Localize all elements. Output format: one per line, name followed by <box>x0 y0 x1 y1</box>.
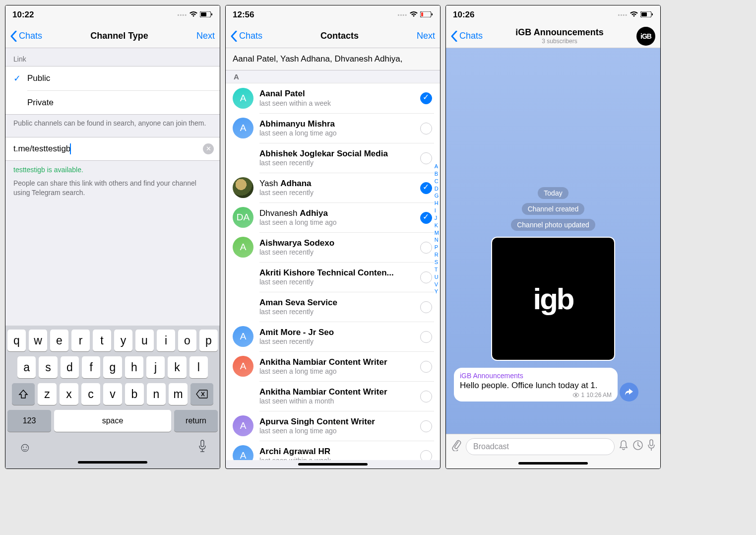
nav-title-group[interactable]: iGB Announcements 3 subscribers <box>515 27 603 45</box>
contact-row[interactable]: AAnkitha Nambiar Content Writerlast seen… <box>226 351 440 381</box>
contact-row[interactable]: AAmit More - Jr Seolast seen recently <box>226 322 440 351</box>
selected-contacts[interactable]: Aanal Patel, Yash Adhana, Dhvanesh Adhiy… <box>226 48 440 70</box>
message-bubble[interactable]: iGB Announcements Hello people. Office l… <box>454 368 618 401</box>
key-w[interactable]: w <box>29 330 47 351</box>
contact-row[interactable]: Yash Adhanalast seen recently <box>226 173 440 202</box>
index-letter[interactable]: J <box>435 214 439 222</box>
shift-key[interactable] <box>12 383 35 405</box>
option-public[interactable]: ✓ Public <box>5 67 220 90</box>
next-button[interactable]: Next <box>417 31 435 41</box>
key-c[interactable]: c <box>81 383 100 405</box>
share-button[interactable] <box>620 383 638 401</box>
option-private[interactable]: Private <box>27 90 220 114</box>
key-l[interactable]: l <box>189 356 208 378</box>
key-b[interactable]: b <box>125 383 144 405</box>
key-d[interactable]: d <box>61 356 79 378</box>
home-indicator[interactable] <box>78 461 147 464</box>
key-k[interactable]: k <box>168 356 186 378</box>
index-letter[interactable]: G <box>435 192 439 200</box>
mic-icon[interactable] <box>647 439 655 454</box>
contact-row[interactable]: AArchi Agrawal HRlast seen within a week <box>226 441 440 460</box>
contact-checkbox[interactable] <box>420 420 432 432</box>
index-letter[interactable]: K <box>435 222 439 229</box>
key-q[interactable]: q <box>7 330 26 351</box>
return-key[interactable]: return <box>174 410 218 432</box>
key-v[interactable]: v <box>103 383 122 405</box>
key-i[interactable]: i <box>157 330 175 351</box>
emoji-icon[interactable]: ☺ <box>18 440 32 456</box>
contact-checkbox[interactable] <box>420 212 432 224</box>
index-letter[interactable]: U <box>435 273 439 281</box>
key-h[interactable]: h <box>125 356 143 378</box>
index-letter[interactable]: B <box>435 170 439 178</box>
index-letter[interactable]: V <box>435 281 439 288</box>
link-input[interactable]: testtestigb <box>32 144 71 154</box>
index-letter[interactable]: R <box>435 251 439 259</box>
contact-checkbox[interactable] <box>420 331 432 343</box>
alpha-index[interactable]: ABCDGHIJKMNPRSTUVY <box>435 163 439 295</box>
chat-body[interactable]: Today Channel created Channel photo upda… <box>446 48 660 434</box>
home-indicator[interactable] <box>298 463 368 466</box>
back-button[interactable]: Chats <box>231 31 262 42</box>
key-t[interactable]: t <box>93 330 111 351</box>
key-f[interactable]: f <box>82 356 100 378</box>
key-g[interactable]: g <box>103 356 122 378</box>
clear-icon[interactable]: ✕ <box>203 143 214 154</box>
key-j[interactable]: j <box>146 356 165 378</box>
key-m[interactable]: m <box>169 383 188 405</box>
delete-key[interactable] <box>190 383 213 405</box>
key-x[interactable]: x <box>60 383 78 405</box>
contact-checkbox[interactable] <box>420 123 432 134</box>
contact-checkbox[interactable] <box>420 450 432 461</box>
contact-checkbox[interactable] <box>420 182 432 194</box>
space-key[interactable]: space <box>54 410 171 432</box>
contact-row[interactable]: AAishwarya Sodexolast seen recently <box>226 232 440 262</box>
contact-checkbox[interactable] <box>420 361 432 373</box>
contact-row[interactable]: Aman Seva Servicelast seen recently <box>226 292 440 322</box>
contact-checkbox[interactable] <box>420 391 432 402</box>
index-letter[interactable]: M <box>435 229 439 237</box>
key-y[interactable]: y <box>114 330 132 351</box>
back-button[interactable]: Chats <box>451 31 483 42</box>
next-button[interactable]: Next <box>196 31 215 41</box>
index-letter[interactable]: I <box>435 207 439 214</box>
index-letter[interactable]: H <box>435 200 439 207</box>
contact-row[interactable]: Akriti Kishore Technical Conten...last s… <box>226 262 440 292</box>
contact-list[interactable]: AAanal Patellast seen within a weekAAbhi… <box>226 83 440 460</box>
contact-row[interactable]: Ankitha Nambiar Content Writerlast seen … <box>226 381 440 411</box>
key-u[interactable]: u <box>135 330 154 351</box>
link-input-row[interactable]: t.me/ testtestigb ✕ <box>5 137 220 161</box>
contact-checkbox[interactable] <box>420 242 432 254</box>
key-s[interactable]: s <box>39 356 57 378</box>
schedule-icon[interactable] <box>632 440 643 454</box>
key-p[interactable]: p <box>199 330 218 351</box>
contact-row[interactable]: AAbhimanyu Mishralast seen a long time a… <box>226 113 440 143</box>
contact-row[interactable]: Abhishek Joglekar Social Medialast seen … <box>226 143 440 173</box>
mic-icon[interactable] <box>198 440 207 456</box>
index-letter[interactable]: C <box>435 178 439 185</box>
key-n[interactable]: n <box>147 383 166 405</box>
index-letter[interactable]: T <box>435 266 439 273</box>
index-letter[interactable]: S <box>435 259 439 266</box>
mute-icon[interactable] <box>619 440 629 454</box>
contact-checkbox[interactable] <box>420 301 432 313</box>
contact-checkbox[interactable] <box>420 152 432 164</box>
contact-checkbox[interactable] <box>420 92 432 104</box>
index-letter[interactable]: D <box>435 185 439 193</box>
contact-checkbox[interactable] <box>420 271 432 283</box>
key-e[interactable]: e <box>50 330 68 351</box>
contact-row[interactable]: DADhvanesh Adhiyalast seen a long time a… <box>226 202 440 232</box>
numbers-key[interactable]: 123 <box>7 410 51 432</box>
index-letter[interactable]: N <box>435 236 439 244</box>
index-letter[interactable]: Y <box>435 288 439 295</box>
index-letter[interactable]: A <box>435 163 439 170</box>
broadcast-input[interactable]: Broadcast <box>466 438 615 455</box>
home-indicator[interactable] <box>518 462 588 465</box>
attach-icon[interactable] <box>451 439 462 454</box>
channel-photo[interactable]: iGB <box>491 237 615 361</box>
key-a[interactable]: a <box>17 356 36 378</box>
contact-row[interactable]: AAanal Patellast seen within a week <box>226 83 440 113</box>
back-button[interactable]: Chats <box>10 31 42 42</box>
key-z[interactable]: z <box>38 383 57 405</box>
channel-avatar[interactable]: iGB <box>636 27 655 46</box>
